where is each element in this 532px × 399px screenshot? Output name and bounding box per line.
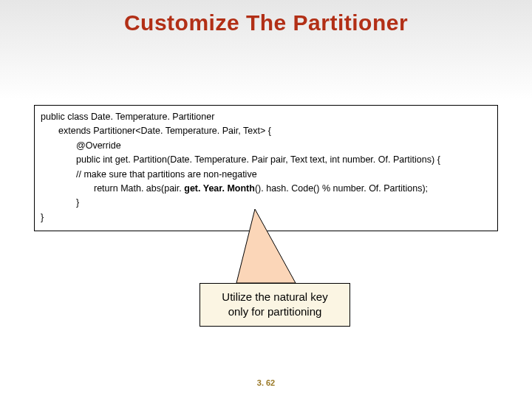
callout-line: only for partitioning — [228, 305, 322, 318]
page-number: 3. 62 — [0, 378, 532, 387]
code-line: // make sure that partitions are non-neg… — [76, 168, 491, 182]
callout-line: Utilize the natural key — [222, 290, 327, 303]
code-line: public class Date. Temperature. Partitio… — [41, 110, 491, 124]
slide-title: Customize The Partitioner — [0, 10, 532, 35]
code-line: extends Partitioner<Date. Temperature. P… — [58, 124, 491, 138]
callout: Utilize the natural key only for partiti… — [185, 209, 377, 335]
code-text: (). hash. Code() % number. Of. Partition… — [255, 183, 428, 194]
callout-box: Utilize the natural key only for partiti… — [200, 283, 350, 327]
code-line: return Math. abs(pair. get. Year. Month(… — [94, 182, 491, 196]
svg-marker-0 — [236, 209, 296, 283]
code-text: return Math. abs(pair. — [94, 183, 184, 194]
slide: Customize The Partitioner public class D… — [0, 0, 532, 399]
code-line: @Override — [76, 139, 491, 153]
code-bold: get. Year. Month — [184, 183, 255, 194]
code-line: } — [76, 196, 491, 210]
code-line: public int get. Partition(Date. Temperat… — [76, 153, 491, 167]
